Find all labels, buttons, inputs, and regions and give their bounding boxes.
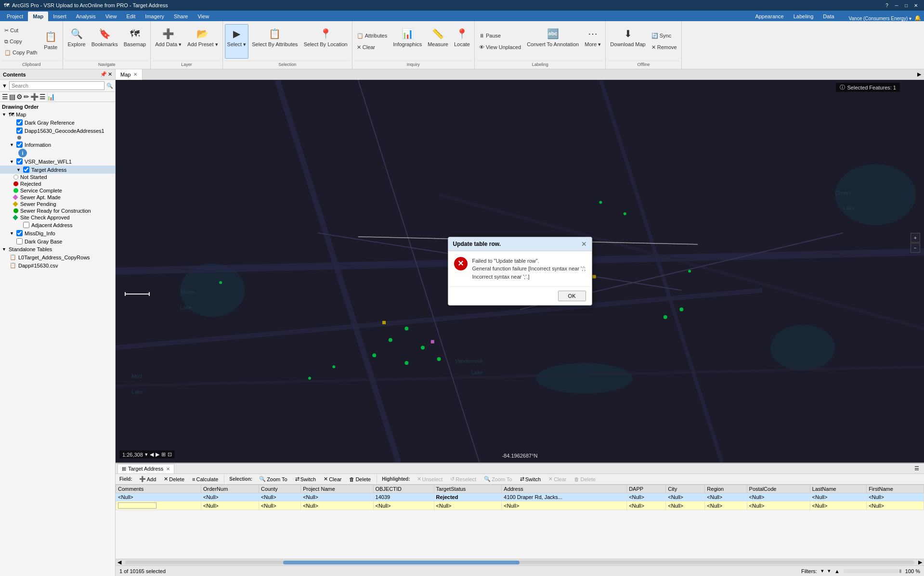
map-view[interactable]: Vandercook Lake Shore Lake Mud Lake Cent…: [116, 80, 924, 462]
card-view-icon[interactable]: ▤: [9, 93, 15, 101]
add-layer-icon[interactable]: ➕: [30, 93, 39, 101]
edit-icon[interactable]: ✏: [24, 93, 29, 101]
sidebar-controls[interactable]: 📌 ✕: [100, 71, 112, 77]
zoom-slider-track[interactable]: [844, 569, 901, 573]
path-copy-button[interactable]: 📋 Copy Path: [2, 47, 39, 58]
zoom-to-selection-button[interactable]: 🔍 Zoom To: [256, 475, 290, 484]
infographics-button[interactable]: 📊 Infographics: [390, 24, 424, 59]
convert-annotation-button[interactable]: 🔤 Convert To Annotation: [524, 24, 581, 59]
expand-vsr[interactable]: ▼: [10, 159, 16, 164]
attributes-button[interactable]: 📋 Attributes: [354, 30, 390, 41]
add-preset-button[interactable]: 📂 Add Preset ▾: [185, 24, 220, 59]
select-by-loc-button[interactable]: 📍 Select By Location: [301, 24, 350, 59]
expand-missdig[interactable]: ▼: [10, 231, 16, 236]
tab-analysis[interactable]: Analysis: [71, 12, 101, 21]
chart-icon[interactable]: 📊: [47, 93, 55, 101]
map-expander-icon[interactable]: ▶: [914, 70, 924, 78]
col-address[interactable]: Address: [502, 485, 627, 493]
search-input[interactable]: [9, 81, 104, 90]
list-view-icon[interactable]: ☰: [2, 93, 8, 101]
tab-project[interactable]: Project: [2, 12, 28, 21]
paste-button[interactable]: 📋 Paste: [40, 27, 61, 56]
zoom-increase-icon[interactable]: ▲: [834, 568, 840, 574]
notification-icon[interactable]: 🔔: [914, 15, 921, 21]
col-firstname[interactable]: FirstName: [867, 485, 924, 493]
help-button[interactable]: ?: [883, 1, 891, 9]
sidebar-item-map[interactable]: ▼ 🗺 Map: [0, 111, 115, 118]
zoom-slider-thumb[interactable]: [899, 569, 901, 573]
clear-button[interactable]: ✕ Clear: [354, 42, 390, 52]
map-tab-close[interactable]: ✕: [133, 72, 137, 77]
switch-highlighted-button[interactable]: ⇄ Switch: [517, 475, 544, 484]
calculate-button[interactable]: ≡ Calculate: [189, 475, 221, 484]
dialog-close-button[interactable]: ✕: [581, 240, 587, 248]
col-targetstatus[interactable]: TargetStatus: [434, 485, 502, 493]
remove-button[interactable]: ✕ Remove: [649, 42, 679, 52]
col-objectid[interactable]: OBJECTID: [373, 485, 434, 493]
window-controls[interactable]: ? ─ □ ✕: [883, 1, 920, 9]
sidebar-item-target-address[interactable]: ▼ Target Address: [0, 166, 115, 174]
comments-input[interactable]: [118, 502, 156, 509]
sidebar-item-dapp15630[interactable]: Dapp15630_GeocodeAddresses1: [0, 127, 115, 135]
maximize-button[interactable]: □: [902, 1, 911, 9]
minimize-button[interactable]: ─: [892, 1, 901, 9]
target-address-checkbox[interactable]: [23, 166, 29, 173]
dark-gray-base-checkbox[interactable]: [16, 238, 23, 244]
tab-share[interactable]: Share: [169, 12, 193, 21]
scroll-left-button[interactable]: ◀: [116, 559, 123, 565]
sidebar-item-vsr-master[interactable]: ▼ VSR_Master_WFL1: [0, 157, 115, 166]
tab-appearance[interactable]: Appearance: [750, 12, 788, 21]
col-lastname[interactable]: LastName: [810, 485, 867, 493]
missdig-checkbox[interactable]: [16, 230, 23, 236]
tab-view[interactable]: View: [101, 12, 122, 21]
settings-icon[interactable]: ⚙: [16, 93, 23, 101]
tab-imagery[interactable]: Imagery: [140, 12, 169, 21]
adjacent-checkbox[interactable]: [23, 222, 29, 228]
sync-button[interactable]: 🔄 Sync: [649, 30, 679, 41]
vsr-master-checkbox[interactable]: [16, 158, 23, 165]
pause-button[interactable]: ⏸ Pause: [477, 30, 523, 41]
attr-tab-close[interactable]: ✕: [166, 466, 170, 472]
tab-map[interactable]: Map: [28, 12, 48, 21]
table-row[interactable]: <Null> <Null> <Null> <Null> 14039 Reject…: [116, 493, 924, 501]
sidebar-close-icon[interactable]: ✕: [108, 71, 112, 77]
sidebar-item-information[interactable]: ▼ Information: [0, 141, 115, 149]
attr-table-scrollbar[interactable]: ◀ ▶: [116, 559, 924, 565]
information-checkbox[interactable]: [16, 141, 23, 148]
tab-data[interactable]: Data: [818, 12, 839, 21]
col-ordernum[interactable]: OrderNum: [201, 485, 259, 493]
filter-dropdown[interactable]: ▾: [821, 568, 824, 574]
attr-table-tab[interactable]: ⊞ Target Address ✕: [117, 464, 174, 474]
download-map-button[interactable]: ⬇ Download Map: [608, 24, 648, 59]
copy-button[interactable]: ⧉ Copy: [2, 36, 39, 47]
switch-selection-button[interactable]: ⇄ Switch: [292, 475, 319, 484]
clear-selection-button[interactable]: ✕ Clear: [321, 475, 344, 484]
delete-field-button[interactable]: ✕ Delete: [161, 475, 187, 484]
sidebar-item-adjacent[interactable]: Adjacent Address: [0, 221, 115, 229]
close-button[interactable]: ✕: [911, 1, 920, 9]
basemap-button[interactable]: 🗺 Basemap: [121, 24, 148, 59]
expand-map[interactable]: ▼: [2, 112, 9, 117]
table-options-icon[interactable]: ☰: [911, 465, 922, 472]
cell-comments-edit[interactable]: [116, 501, 201, 510]
dapp15630-checkbox[interactable]: [16, 128, 23, 134]
sidebar-item-dark-gray-base[interactable]: Dark Gray Base: [0, 237, 115, 245]
dark-gray-ref-checkbox[interactable]: [16, 119, 23, 126]
info-icon[interactable]: i: [18, 149, 27, 157]
col-comments[interactable]: Comments: [116, 485, 201, 493]
sidebar-item-l0target[interactable]: 📋 L0Target_Address_CopyRows: [0, 253, 115, 261]
locate-button[interactable]: 📍 Locate: [452, 24, 472, 59]
add-data-button[interactable]: ➕ Add Data ▾: [153, 24, 184, 59]
scroll-thumb[interactable]: [283, 561, 520, 564]
measure-button[interactable]: 📏 Measure: [425, 24, 451, 59]
explore-button[interactable]: 🔍 Explore: [65, 24, 88, 59]
scroll-right-button[interactable]: ▶: [916, 559, 924, 565]
tab-insert[interactable]: Insert: [48, 12, 71, 21]
cut-button[interactable]: ✂ Cut: [2, 25, 39, 36]
zoom-decrease-icon[interactable]: ▾: [828, 568, 831, 574]
select-by-attr-button[interactable]: 📋 Select By Attributes: [249, 24, 300, 59]
search-icon[interactable]: 🔍: [106, 83, 113, 89]
sidebar-item-missdig[interactable]: ▼ MissDig_Info: [0, 229, 115, 237]
dialog-ok-button[interactable]: OK: [558, 291, 586, 301]
expand-info[interactable]: ▼: [10, 142, 16, 147]
